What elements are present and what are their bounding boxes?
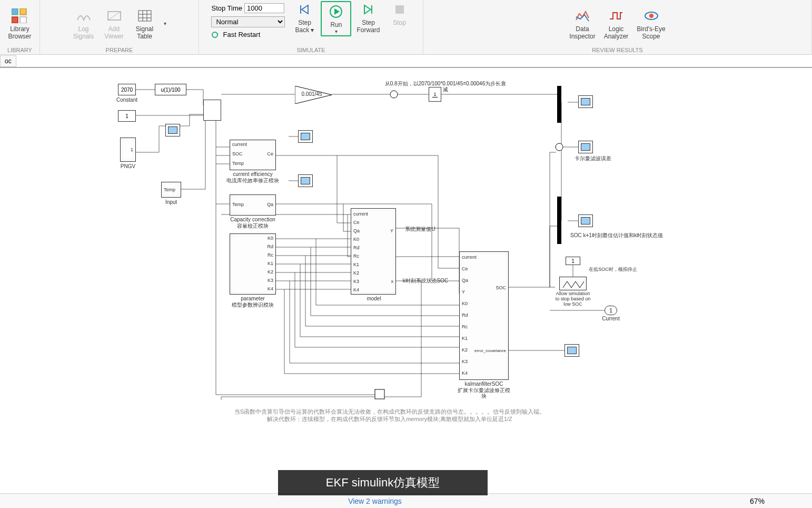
k-i5: K0 (462, 301, 468, 306)
simulate-group-label: SIMULATE (199, 47, 423, 54)
m-i8: K2 (353, 271, 359, 276)
capacity-correction-block[interactable]: Temp Qa (230, 194, 276, 216)
model-block[interactable]: current Ce Qa K0 Rd Rc K1 K2 K3 K4 Y x (351, 208, 396, 295)
scope-top[interactable] (578, 95, 593, 108)
step-back-button[interactable]: Step Back ▾ (289, 0, 320, 35)
k-i8: K1 (462, 336, 468, 341)
m-i2: Ce (353, 220, 360, 225)
scope-ce[interactable] (298, 130, 313, 143)
constant-label: Constant (115, 97, 139, 103)
warnings-link[interactable]: View 2 warnings (348, 497, 402, 505)
mux-1[interactable] (557, 86, 561, 123)
ce-p3: Temp (232, 161, 244, 166)
footer-line1: 当S函数中含算引导信号运算的代数环会算法无法收敛，在构成代数环的反馈支路的信号左… (205, 408, 574, 415)
k-i11: K4 (462, 371, 468, 376)
svg-rect-6 (138, 11, 151, 21)
stop-block[interactable] (559, 277, 587, 290)
k-i7: Rc (462, 325, 468, 329)
scope-1[interactable] (165, 124, 180, 136)
k-i1: current (462, 255, 477, 260)
run-button[interactable]: Run ▾ (321, 1, 351, 36)
const-one[interactable]: 1 (118, 110, 136, 122)
param-title: parameter (236, 296, 270, 301)
model-title: model (363, 296, 384, 301)
gain2-label: 0.001/45 (298, 91, 325, 97)
bus-selector[interactable] (203, 100, 221, 121)
prepare-dropdown[interactable]: ▾ (160, 0, 171, 47)
ce-title: current efficiency (226, 171, 279, 177)
pngv-block[interactable]: 1 (120, 138, 136, 162)
stop-const[interactable]: 1 (566, 257, 580, 265)
note-kerr: 卡尔曼滤波误差 (572, 155, 614, 161)
add-viewer-button[interactable]: Add Viewer (99, 0, 130, 47)
m-i7: K1 (353, 262, 359, 267)
model-lab2: k时刻系统状态SOC (399, 278, 452, 284)
m-i10: K4 (353, 288, 359, 292)
status-bar: View 2 warnings 67% (0, 493, 812, 508)
cap-p1: Temp (232, 202, 244, 207)
breadcrumb-bar: oc (0, 55, 812, 67)
temp-input[interactable]: Temp (161, 182, 181, 198)
la-l1: Logic (609, 25, 624, 33)
m-i6: Rc (353, 254, 359, 259)
mux-2[interactable] (557, 197, 561, 244)
step-back-l2: Back ▾ (295, 26, 314, 34)
be-l2: Scope (642, 33, 660, 40)
breadcrumb-tab[interactable]: oc (0, 55, 16, 67)
scope-errcov[interactable] (565, 344, 579, 357)
fast-restart-icon (211, 31, 221, 38)
add-viewer-l2: Viewer (104, 33, 123, 40)
parameter-block[interactable]: K0 Rd Rc K1 K2 K3 K4 (230, 233, 276, 295)
step-forward-button[interactable]: Step Forward (352, 0, 384, 35)
m-i3: Qa (353, 229, 360, 233)
log-signals-button[interactable]: Log Signals (68, 0, 99, 47)
note-top: 从0.8开始，以2070/100*0.001/45=0.00046为步长衰减 (382, 81, 509, 92)
k-i4: Y (462, 290, 465, 295)
signal-table-button[interactable]: Signal Table (130, 0, 160, 47)
fast-restart-toggle[interactable]: Fast Restart (207, 30, 289, 40)
signal-table-l2: Table (137, 33, 152, 40)
k-i6: Rd (462, 313, 468, 318)
m-i5: Rd (353, 246, 360, 250)
stepfwd-l1: Step (362, 19, 375, 26)
stop-button[interactable]: Stop (384, 0, 415, 27)
param-o7: K4 (268, 287, 273, 291)
library-browser-button[interactable]: Library Browser (4, 0, 35, 47)
stoptime-input[interactable] (244, 3, 284, 13)
model-canvas[interactable]: 2070 Constant u(1)/100 1 1 PNGV 0.001/45… (0, 67, 812, 450)
ce-sub: 电流库伦效率修正模块 (223, 178, 282, 183)
chevron-down-icon: ▾ (335, 28, 338, 34)
current-efficiency-block[interactable]: current SOC Temp Ce (230, 140, 276, 170)
scope-cap[interactable] (298, 174, 313, 187)
log-signals-l2: Signals (73, 33, 94, 40)
video-caption: EKF simulink仿真模型 (278, 470, 488, 495)
scope-soc[interactable] (578, 214, 593, 227)
svg-rect-0 (12, 8, 18, 15)
svg-point-11 (212, 32, 217, 37)
run-label: Run (330, 21, 342, 28)
logic-analyzer-button[interactable]: Logic Analyzer (600, 0, 633, 47)
stop-l3: low SOC (557, 302, 589, 307)
scope-kerr[interactable] (578, 141, 593, 153)
k-o1: SOC (496, 286, 506, 290)
param-o5: K2 (268, 270, 273, 275)
m-o1: Y (390, 229, 393, 233)
sim-mode-select[interactable]: Normal (211, 16, 285, 27)
cap-out: Qa (267, 202, 273, 207)
current-outport[interactable]: 1 (605, 306, 617, 315)
svg-rect-1 (20, 8, 26, 15)
birds-eye-button[interactable]: Bird's-Eye Scope (632, 0, 669, 47)
k-o2: error_covariance (474, 349, 506, 353)
wires (0, 68, 812, 450)
k-i2: Ce (462, 267, 468, 271)
constant-block[interactable]: 2070 (118, 84, 136, 95)
svg-rect-22 (375, 389, 384, 399)
kalman-block[interactable]: current Ce Qa Y K0 Rd Rc K1 K2 K3 K4 SOC… (459, 251, 509, 380)
data-inspector-button[interactable]: Data Inspector (565, 0, 599, 47)
param-o6: K3 (268, 278, 273, 283)
svg-rect-15 (395, 5, 404, 14)
note-soc: SOC k+1时刻最佳估计值和k时刻状态值 (567, 232, 667, 238)
gain-u1-100[interactable]: u(1)/100 (155, 84, 186, 95)
gain-0001-45[interactable]: 0.001/45 (295, 86, 332, 106)
k-i10: K3 (462, 359, 468, 364)
